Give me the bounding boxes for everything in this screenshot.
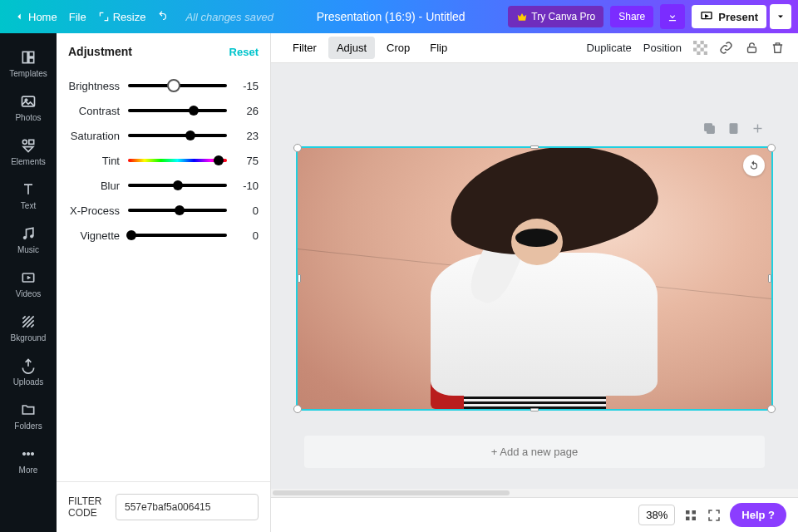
duplicate-button[interactable]: Duplicate xyxy=(587,42,632,54)
svg-rect-27 xyxy=(686,510,690,515)
slider-label: Contrast xyxy=(68,105,120,117)
rail-folders[interactable]: Folders xyxy=(0,394,57,438)
resize-handle[interactable] xyxy=(293,144,302,152)
elements-icon xyxy=(20,137,37,154)
present-button[interactable]: Present xyxy=(692,5,766,28)
svg-rect-15 xyxy=(693,41,697,44)
slider-thumb[interactable] xyxy=(175,205,185,215)
slider-track[interactable] xyxy=(128,209,227,212)
share-button[interactable]: Share xyxy=(610,6,653,27)
present-dropdown[interactable] xyxy=(770,4,791,29)
add-new-page-button[interactable]: + Add a new page xyxy=(304,436,765,468)
try-pro-button[interactable]: Try Canva Pro xyxy=(508,6,603,27)
download-button[interactable] xyxy=(660,4,685,29)
rail-videos[interactable]: Videos xyxy=(0,262,57,306)
rotate-handle[interactable] xyxy=(743,155,765,176)
home-label: Home xyxy=(28,11,57,23)
tab-flip[interactable]: Flip xyxy=(421,37,456,59)
slider-value: 0 xyxy=(235,204,259,217)
rail-photos[interactable]: Photos xyxy=(0,86,57,130)
slider-track[interactable] xyxy=(128,184,227,187)
save-status: All changes saved xyxy=(185,11,273,23)
resize-handle[interactable] xyxy=(298,274,301,283)
resize-handle[interactable] xyxy=(767,144,776,152)
rail-music[interactable]: Music xyxy=(0,218,57,262)
home-button[interactable]: Home xyxy=(13,11,57,23)
resize-button[interactable]: Resize xyxy=(98,11,146,23)
file-menu[interactable]: File xyxy=(69,11,86,23)
fullscreen-button[interactable] xyxy=(707,508,722,523)
slider-thumb[interactable] xyxy=(189,106,199,116)
svg-rect-19 xyxy=(693,48,697,52)
slider-tint: Tint75 xyxy=(68,148,259,173)
svg-rect-22 xyxy=(704,52,707,55)
svg-point-12 xyxy=(27,452,29,455)
slider-thumb[interactable] xyxy=(185,131,195,140)
transparency-button[interactable] xyxy=(693,41,707,55)
rail-label: Templates xyxy=(9,69,47,78)
more-icon xyxy=(20,446,37,462)
filter-code-input[interactable] xyxy=(116,494,259,520)
tab-adjust[interactable]: Adjust xyxy=(328,37,375,59)
link-button[interactable] xyxy=(719,41,733,55)
slider-thumb[interactable] xyxy=(126,230,136,240)
slider-track[interactable] xyxy=(128,84,227,87)
rail-uploads[interactable]: Uploads xyxy=(0,350,57,394)
slider-track[interactable] xyxy=(128,109,227,112)
filter-code-label: FILTER CODE xyxy=(68,495,106,519)
panel-title: Adjustment xyxy=(68,45,132,58)
selection-frame[interactable] xyxy=(296,146,773,411)
rail-elements[interactable]: Elements xyxy=(0,130,57,174)
zoom-level[interactable]: 38% xyxy=(638,505,675,525)
duplicate-page-icon[interactable] xyxy=(702,121,717,139)
slider-thumb[interactable] xyxy=(173,180,183,190)
add-page-icon[interactable] xyxy=(751,121,765,139)
crown-icon xyxy=(516,11,528,22)
chevron-down-icon xyxy=(776,12,786,22)
slider-track[interactable] xyxy=(128,159,227,162)
copy-page-icon[interactable] xyxy=(727,121,741,139)
slider-thumb[interactable] xyxy=(167,79,180,92)
slider-saturation: Saturation23 xyxy=(68,123,259,148)
lock-button[interactable] xyxy=(745,41,759,55)
resize-handle[interactable] xyxy=(530,408,539,411)
rail-label: Folders xyxy=(14,421,42,431)
slider-blur: Blur-10 xyxy=(68,173,259,198)
undo-button[interactable] xyxy=(157,11,169,22)
document-title[interactable]: Presentation (16:9) - Untitled xyxy=(273,10,508,23)
slider-vignette: Vignette0 xyxy=(68,223,259,248)
rail-templates[interactable]: Templates xyxy=(0,42,57,86)
horizontal-scrollbar[interactable] xyxy=(271,489,798,497)
rail-label: More xyxy=(19,466,38,475)
resize-handle[interactable] xyxy=(767,405,776,413)
grid-view-button[interactable] xyxy=(683,508,698,523)
rail-label: Videos xyxy=(16,289,41,298)
svg-point-9 xyxy=(31,235,33,238)
tab-filter[interactable]: Filter xyxy=(284,37,325,59)
top-bar: Home File Resize All changes saved Prese… xyxy=(0,0,798,33)
delete-button[interactable] xyxy=(771,41,785,55)
rail-text[interactable]: Text xyxy=(0,174,57,218)
rail-label: Music xyxy=(17,245,39,254)
stage[interactable]: + Add a new page xyxy=(271,63,798,489)
resize-handle[interactable] xyxy=(293,405,302,413)
resize-handle[interactable] xyxy=(530,145,539,149)
svg-rect-2 xyxy=(29,52,34,57)
svg-point-11 xyxy=(22,452,25,455)
resize-handle[interactable] xyxy=(768,274,771,283)
download-icon xyxy=(667,11,678,22)
slider-track[interactable] xyxy=(128,234,227,237)
selected-image[interactable] xyxy=(298,148,771,409)
slider-track[interactable] xyxy=(128,134,227,137)
position-button[interactable]: Position xyxy=(643,42,682,54)
slider-value: -10 xyxy=(235,180,259,192)
help-button[interactable]: Help ? xyxy=(730,503,786,527)
tab-crop[interactable]: Crop xyxy=(378,37,418,59)
slider-thumb[interactable] xyxy=(214,155,224,165)
videos-icon xyxy=(20,269,37,286)
folders-icon xyxy=(20,401,37,418)
rail-background[interactable]: Bkground xyxy=(0,306,57,350)
slider-value: 0 xyxy=(235,229,259,242)
reset-button[interactable]: Reset xyxy=(229,46,259,58)
rail-more[interactable]: More xyxy=(0,438,57,482)
